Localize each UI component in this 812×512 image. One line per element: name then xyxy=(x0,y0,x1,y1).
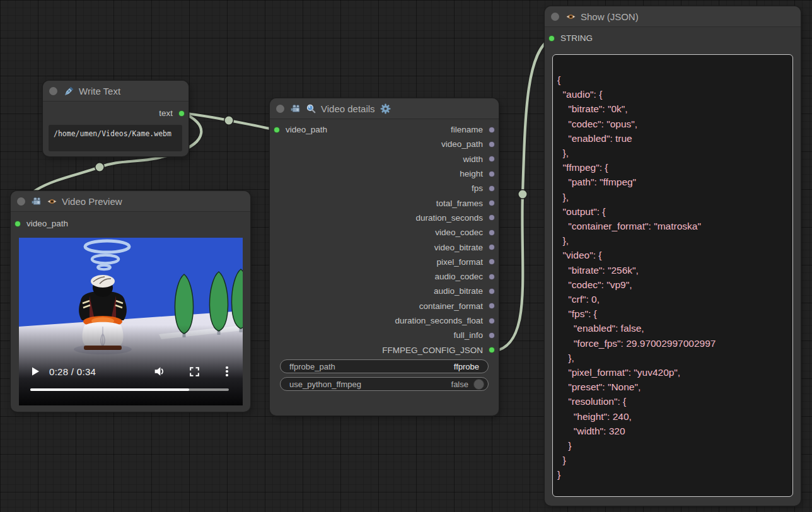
movie-camera-icon xyxy=(32,196,42,207)
output-port-text[interactable] xyxy=(178,110,185,117)
output-port[interactable] xyxy=(489,303,495,309)
eye-icon xyxy=(566,11,576,22)
node-header[interactable]: Video details xyxy=(270,98,499,119)
output-port-label: total_frames xyxy=(436,199,483,208)
reroute-dot[interactable] xyxy=(224,116,233,125)
output-port[interactable] xyxy=(489,347,495,353)
json-output-textarea[interactable]: { "audio": { "bitrate": "0k", "codec": "… xyxy=(552,54,793,497)
output-port[interactable] xyxy=(489,274,495,280)
movie-camera-icon xyxy=(291,103,301,114)
widget-name: ffprobe_path xyxy=(289,362,454,371)
reroute-dot[interactable] xyxy=(95,163,104,172)
output-port[interactable] xyxy=(489,288,495,294)
node-title: Show (JSON) xyxy=(581,11,639,22)
output-port-label: FFMPEG_CONFIG_JSON xyxy=(382,346,483,355)
volume-icon[interactable] xyxy=(153,364,166,378)
output-port-label: fps xyxy=(472,183,483,193)
output-port-list: filename video_path width height fps tot… xyxy=(270,122,499,358)
output-port-label: video_codec xyxy=(435,228,483,237)
output-port-row: full_info xyxy=(270,328,499,342)
output-port[interactable] xyxy=(489,171,495,177)
node-title: Video details xyxy=(321,103,375,114)
collapse-dot[interactable] xyxy=(276,105,284,113)
video-time-display: 0:28 / 0:34 xyxy=(49,366,96,377)
wire-json-to-show xyxy=(494,38,552,351)
kebab-menu-icon[interactable] xyxy=(221,365,233,378)
output-port[interactable] xyxy=(489,230,495,236)
input-port-row: STRING xyxy=(545,31,801,45)
video-controls: 0:28 / 0:34 xyxy=(19,362,243,381)
output-port[interactable] xyxy=(489,214,495,221)
node-show-json[interactable]: Show (JSON) STRING { "audio": { "bitrate… xyxy=(545,6,801,506)
node-write-text[interactable]: Write Text text /home/umen/Videos/Kame.w… xyxy=(43,81,188,156)
output-port-row: video_codec xyxy=(270,225,499,240)
output-port-label: container_format xyxy=(419,301,483,311)
collapse-dot[interactable] xyxy=(551,13,559,21)
output-port-label: audio_codec xyxy=(434,272,483,281)
video-progress-fill xyxy=(30,388,189,391)
input-port-string[interactable] xyxy=(548,35,555,42)
output-port-label: width xyxy=(463,154,483,164)
output-port[interactable] xyxy=(489,200,495,206)
output-port-row: text xyxy=(43,106,188,120)
text-value-input[interactable]: /home/umen/Videos/Kame.webm xyxy=(49,125,182,151)
output-port-row: video_bitrate xyxy=(270,240,499,254)
node-graph-canvas[interactable]: Write Text text /home/umen/Videos/Kame.w… xyxy=(0,0,812,512)
input-port-label: video_path xyxy=(26,219,68,228)
output-port-row: container_format xyxy=(270,299,499,313)
output-port-row: duration_seconds_float xyxy=(270,313,499,328)
output-port-row: video_path xyxy=(270,137,499,151)
input-port-label: STRING xyxy=(560,33,593,43)
output-port-label: filename xyxy=(451,125,483,134)
output-port-label: duration_seconds_float xyxy=(395,316,483,325)
output-port-row: duration_seconds xyxy=(270,211,499,225)
node-header[interactable]: Video Preview xyxy=(11,191,250,212)
output-port-row: height xyxy=(270,166,499,181)
output-port-row: fps xyxy=(270,181,499,195)
output-port-label: height xyxy=(460,169,483,178)
output-port-row: filename xyxy=(270,122,499,137)
output-port-row: pixel_format xyxy=(270,255,499,269)
gear-icon[interactable] xyxy=(380,103,392,115)
output-port-label: video_path xyxy=(441,139,483,149)
output-port[interactable] xyxy=(489,318,495,324)
widget-ffprobe-path[interactable]: ffprobe_path ffprobe xyxy=(280,359,489,373)
widget-value: false xyxy=(451,380,473,389)
output-port[interactable] xyxy=(489,185,495,192)
output-port[interactable] xyxy=(489,259,495,265)
output-port[interactable] xyxy=(489,244,495,250)
collapse-dot[interactable] xyxy=(17,197,25,206)
video-player[interactable]: 0:28 / 0:34 xyxy=(19,238,243,405)
node-title: Write Text xyxy=(79,86,120,96)
node-video-preview[interactable]: Video Preview video_path xyxy=(11,191,250,412)
play-icon[interactable] xyxy=(30,366,40,376)
node-header[interactable]: Write Text xyxy=(43,81,188,102)
widget-use-python-ffmpeg[interactable]: use_python_ffmpeg false xyxy=(280,377,489,391)
output-port-row: width xyxy=(270,152,499,166)
node-title: Video Preview xyxy=(62,196,122,207)
input-port-video-path[interactable] xyxy=(14,221,21,227)
fullscreen-icon[interactable] xyxy=(188,366,200,378)
output-port[interactable] xyxy=(489,156,495,162)
pen-icon xyxy=(64,86,74,96)
video-progress-bar[interactable] xyxy=(30,388,229,391)
node-header[interactable]: Show (JSON) xyxy=(545,6,801,27)
collapse-dot[interactable] xyxy=(49,87,57,95)
output-port-label: pixel_format xyxy=(436,257,483,267)
output-port-label: video_bitrate xyxy=(434,243,483,252)
node-video-details[interactable]: Video details video_path filename xyxy=(270,98,499,416)
output-port-label: text xyxy=(159,108,173,118)
wire-text-to-video-details xyxy=(182,113,276,130)
output-port[interactable] xyxy=(489,127,495,133)
reroute-dot[interactable] xyxy=(518,190,527,199)
output-port[interactable] xyxy=(489,141,495,148)
output-port[interactable] xyxy=(489,332,495,339)
widget-name: use_python_ffmpeg xyxy=(289,380,451,389)
output-port-row: total_frames xyxy=(270,195,499,210)
toggle-knob[interactable] xyxy=(473,379,484,390)
magnifier-icon xyxy=(306,103,316,114)
eye-icon xyxy=(47,196,57,207)
output-port-label: full_info xyxy=(453,330,483,340)
output-port-label: duration_seconds xyxy=(415,213,483,223)
widget-value: ffprobe xyxy=(454,362,484,371)
